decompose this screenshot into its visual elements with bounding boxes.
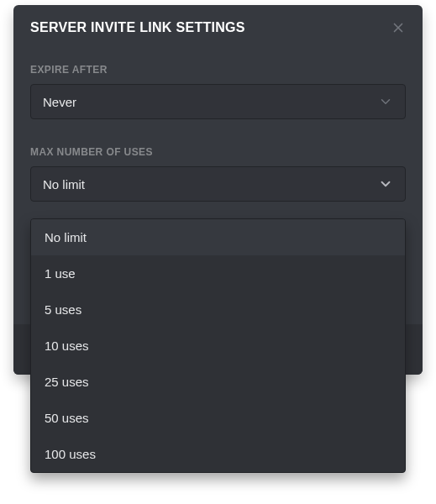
dropdown-option[interactable]: 50 uses <box>31 400 405 436</box>
chevron-down-icon <box>378 94 393 109</box>
max-uses-value: No limit <box>43 177 378 192</box>
max-uses-select[interactable]: No limit <box>30 166 406 202</box>
dropdown-option[interactable]: 5 uses <box>31 291 405 328</box>
modal-header: SERVER INVITE LINK SETTINGS <box>30 20 406 37</box>
dropdown-option[interactable]: 10 uses <box>31 328 405 364</box>
close-button[interactable] <box>391 22 406 37</box>
max-uses-dropdown: No limit 1 use 5 uses 10 uses 25 uses 50… <box>30 218 406 473</box>
chevron-down-icon <box>378 176 393 192</box>
expire-after-value: Never <box>43 95 378 109</box>
dropdown-option[interactable]: 100 uses <box>31 436 405 472</box>
expire-after-label: EXPIRE AFTER <box>30 64 406 76</box>
dropdown-option[interactable]: No limit <box>31 219 405 255</box>
max-uses-label: MAX NUMBER OF USES <box>30 146 406 158</box>
dropdown-option[interactable]: 25 uses <box>31 364 405 400</box>
close-icon <box>391 20 406 39</box>
dropdown-option[interactable]: 1 use <box>31 255 405 291</box>
expire-after-select[interactable]: Never <box>30 84 406 119</box>
modal-title: SERVER INVITE LINK SETTINGS <box>30 20 245 35</box>
